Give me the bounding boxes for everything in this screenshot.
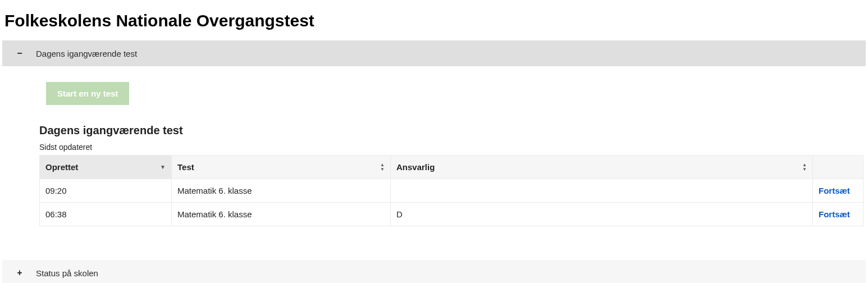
col-header-responsible[interactable]: Ansvarlig ▲▼ [391, 156, 813, 179]
accordion-label-school-status: Status på skolen [36, 268, 98, 278]
cell-action: Fortsæt [813, 179, 864, 203]
sort-icon: ▲▼ [380, 163, 385, 172]
panel-current-tests: Start en ny test Dagens igangværende tes… [0, 66, 868, 238]
continue-link[interactable]: Fortsæt [819, 186, 850, 195]
sort-icon: ▲▼ [802, 163, 807, 172]
cell-test: Matematik 6. klasse [172, 203, 391, 226]
col-header-actions [813, 156, 864, 179]
accordion-header-current-tests[interactable]: − Dagens igangværende test [2, 40, 866, 66]
col-header-created[interactable]: Oprettet ▼ [40, 156, 172, 179]
sort-desc-icon: ▼ [160, 165, 166, 170]
last-updated-label: Sidst opdateret [39, 143, 864, 152]
accordion-label-current-tests: Dagens igangværende test [36, 49, 137, 58]
cell-responsible: D [391, 203, 813, 226]
col-header-created-label: Oprettet [45, 162, 78, 172]
cell-responsible [391, 179, 813, 203]
cell-created: 09:20 [40, 179, 172, 203]
continue-link[interactable]: Fortsæt [819, 209, 850, 219]
plus-icon: + [13, 268, 26, 278]
cell-test: Matematik 6. klasse [172, 179, 391, 203]
cell-created: 06:38 [40, 203, 172, 226]
table-row: 06:38 Matematik 6. klasse D Fortsæt [40, 203, 864, 226]
accordion-header-school-status[interactable]: + Status på skolen [2, 260, 866, 283]
page-title: Folkeskolens Nationale Overgangstest [0, 0, 868, 40]
cell-action: Fortsæt [813, 203, 864, 226]
col-header-test[interactable]: Test ▲▼ [172, 156, 391, 179]
col-header-test-label: Test [177, 162, 194, 172]
minus-icon: − [13, 48, 26, 58]
table-row: 09:20 Matematik 6. klasse Fortsæt [40, 179, 864, 203]
start-new-test-button[interactable]: Start en ny test [46, 82, 129, 105]
tests-table: Oprettet ▼ Test ▲▼ Ansvarlig ▲▼ 09:20 [39, 155, 864, 226]
col-header-responsible-label: Ansvarlig [396, 162, 435, 172]
section-heading-current-tests: Dagens igangværende test [39, 124, 864, 137]
